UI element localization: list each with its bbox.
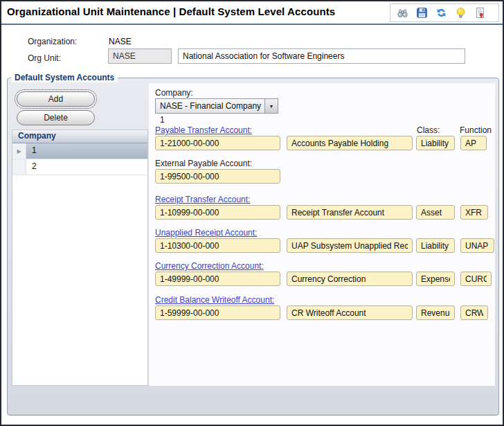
account-class-field[interactable] <box>416 238 455 253</box>
credit-balance-writeoff-account-row: Credit Balance Writeoff Account: <box>1 295 504 323</box>
account-class-field[interactable] <box>416 272 455 286</box>
company-dropdown-value: NASE - Financial Company 1 <box>156 99 264 113</box>
account-number-field[interactable] <box>155 305 280 320</box>
org-unit-name-field[interactable] <box>178 48 465 64</box>
lightbulb-icon[interactable] <box>455 7 467 19</box>
title-separator <box>1 24 503 25</box>
external-payable-account-row: External Payable Account: <box>1 159 504 186</box>
exit-report-icon[interactable] <box>474 7 486 19</box>
binoculars-search-icon[interactable] <box>397 7 408 19</box>
account-function-field[interactable] <box>460 305 488 320</box>
chevron-down-icon[interactable]: ▼ <box>264 99 278 113</box>
org-unit-label: Org Unit: <box>28 53 61 63</box>
page-title: Organizational Unit Maintenance | Defaul… <box>7 6 335 17</box>
group-legend: Default System Accounts <box>11 73 118 82</box>
payable-transfer-account-link[interactable]: Payable Transfer Account: <box>155 125 252 135</box>
account-number-field[interactable] <box>155 205 280 220</box>
unapplied-receipt-account-link[interactable]: Unapplied Receipt Account: <box>155 228 257 238</box>
account-class-field[interactable] <box>416 205 455 220</box>
receipt-transfer-account-link[interactable]: Receipt Transfer Account: <box>155 195 250 204</box>
external-payable-account-label: External Payable Account: <box>155 159 252 168</box>
account-description-field[interactable] <box>287 136 413 150</box>
company-dropdown[interactable]: NASE - Financial Company 1 ▼ <box>155 98 278 114</box>
app-window: Organizational Unit Maintenance | Defaul… <box>0 0 504 426</box>
add-button[interactable]: Add <box>17 91 95 107</box>
account-number-field[interactable] <box>155 136 280 150</box>
account-description-field[interactable] <box>287 238 413 253</box>
toolbar <box>390 3 499 22</box>
currency-correction-account-row: Currency Correction Account: <box>1 261 504 289</box>
account-number-field[interactable] <box>155 169 280 184</box>
account-number-field[interactable] <box>155 272 280 286</box>
save-icon[interactable] <box>416 7 428 19</box>
company-dropdown-label: Company: <box>155 88 193 98</box>
org-unit-code-field <box>108 48 172 64</box>
account-description-field[interactable] <box>287 272 413 286</box>
receipt-transfer-account-row: Receipt Transfer Account: <box>1 195 504 222</box>
delete-button[interactable]: Delete <box>17 110 95 125</box>
refresh-icon[interactable] <box>435 7 447 19</box>
organization-label: Organization: <box>28 37 77 46</box>
account-function-field[interactable] <box>460 238 494 253</box>
currency-correction-account-link[interactable]: Currency Correction Account: <box>155 261 264 271</box>
organization-value: NASE <box>109 37 132 46</box>
payable-transfer-account-row: Payable Transfer Account: <box>1 125 504 153</box>
account-number-field[interactable] <box>155 238 280 253</box>
account-function-field[interactable] <box>460 205 488 220</box>
account-function-field[interactable] <box>460 136 487 150</box>
credit-balance-writeoff-account-link[interactable]: Credit Balance Writeoff Account: <box>155 295 274 305</box>
account-description-field[interactable] <box>287 305 413 320</box>
account-class-field[interactable] <box>416 305 455 320</box>
account-class-field[interactable] <box>416 136 455 150</box>
account-description-field[interactable] <box>287 205 413 220</box>
unapplied-receipt-account-row: Unapplied Receipt Account: <box>1 228 504 256</box>
account-function-field[interactable] <box>460 272 492 286</box>
